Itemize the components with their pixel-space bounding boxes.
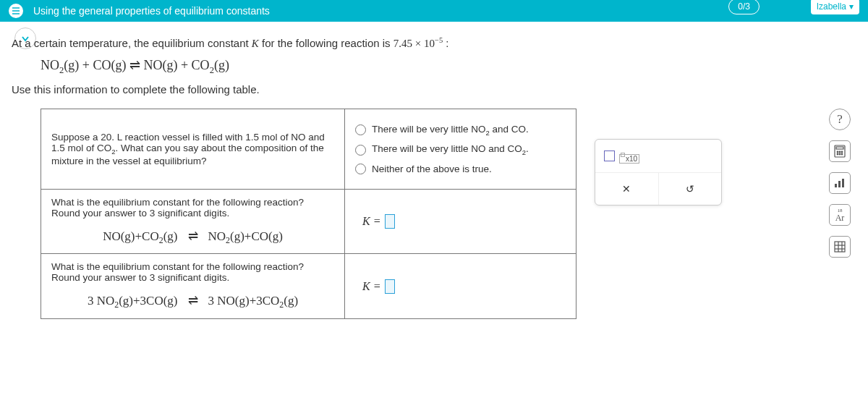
tool-row1: x10 (595, 140, 721, 173)
k-input-row3[interactable] (385, 279, 395, 294)
topbar: Using the general properties of equilibr… (0, 0, 868, 22)
intro-text: At a certain temperature, the equilibriu… (12, 37, 252, 49)
placeholder-icon[interactable] (604, 151, 615, 161)
progress-pill: 0/3 (728, 0, 760, 14)
question-table: Suppose a 20. L reaction vessel is fille… (41, 109, 576, 319)
user-menu[interactable]: Izabella ▾ (811, 0, 859, 14)
user-label: Izabella (817, 1, 846, 12)
radio-opt1[interactable] (355, 124, 366, 135)
page-title: Using the general properties of equilibr… (33, 5, 270, 17)
svg-point-7 (841, 151, 843, 153)
svg-point-6 (839, 151, 841, 153)
content: At a certain temperature, the equilibriu… (0, 22, 868, 331)
table-button[interactable] (829, 236, 851, 258)
sci-notation-button[interactable]: x10 (619, 154, 639, 164)
right-rail: ? 18 Ar (829, 109, 851, 258)
svg-rect-4 (836, 147, 843, 149)
k-label: K = (362, 215, 380, 228)
help-icon: ? (837, 112, 843, 127)
main-reaction: NO2(g) + CO(g) ⇌ NO(g) + CO2(g) (41, 57, 856, 76)
svg-point-8 (837, 153, 838, 155)
svg-rect-11 (835, 184, 837, 187)
svg-point-10 (841, 153, 843, 155)
chevron-down-icon: ▾ (849, 1, 854, 12)
bars-icon (834, 178, 846, 188)
row3-prompt: What is the equilibrium constant for the… (41, 254, 345, 318)
grid-icon (834, 241, 846, 253)
radio-opt2[interactable] (355, 145, 366, 156)
k-value: 7.45 × 10−5 (393, 38, 443, 49)
svg-point-9 (839, 153, 841, 155)
svg-rect-12 (838, 181, 841, 187)
row1-prompt: Suppose a 20. L reaction vessel is fille… (41, 109, 345, 189)
k-symbol: K (252, 38, 259, 49)
instruction: Use this information to complete the fol… (12, 83, 856, 96)
calculator-icon (834, 145, 846, 158)
row2-reaction: NO(g)+CO2(g)⇌NO2(g)+CO(g) (51, 229, 334, 246)
tool-panel: x10 ✕ ↺ (595, 139, 722, 206)
svg-point-5 (837, 151, 838, 153)
radio-opt3[interactable] (355, 164, 366, 174)
ar-symbol: Ar (835, 213, 845, 222)
calculator-button[interactable] (829, 140, 851, 162)
k-label: K = (362, 280, 380, 293)
opt1[interactable]: There will be very little NO2 and CO. (355, 124, 566, 137)
svg-rect-14 (835, 242, 845, 252)
row2-answer: K = (345, 189, 576, 253)
clear-button[interactable]: ✕ (595, 173, 659, 205)
svg-rect-13 (842, 179, 844, 187)
redo-icon: ↺ (686, 183, 694, 195)
row1-answer: There will be very little NO2 and CO. Th… (345, 109, 576, 189)
reset-button[interactable]: ↺ (659, 173, 722, 205)
intro-text3: : (443, 37, 448, 49)
row3-reaction: 3 NO2(g)+3CO(g)⇌3 NO(g)+3CO2(g) (51, 293, 334, 310)
intro-text2: for the following reaction is (259, 37, 393, 49)
periodic-button[interactable]: 18 Ar (829, 204, 851, 226)
row3-answer: K = (345, 254, 576, 318)
row2-prompt: What is the equilibrium constant for the… (41, 189, 345, 253)
opt3[interactable]: Neither of the above is true. (355, 164, 566, 174)
close-icon: ✕ (622, 183, 631, 195)
opt2[interactable]: There will be very little NO and CO2. (355, 143, 566, 156)
k-input-row2[interactable] (385, 214, 395, 229)
help-button[interactable]: ? (829, 109, 851, 130)
intro-line: At a certain temperature, the equilibriu… (12, 36, 856, 50)
menu-button[interactable] (9, 4, 23, 18)
stats-button[interactable] (829, 172, 851, 194)
